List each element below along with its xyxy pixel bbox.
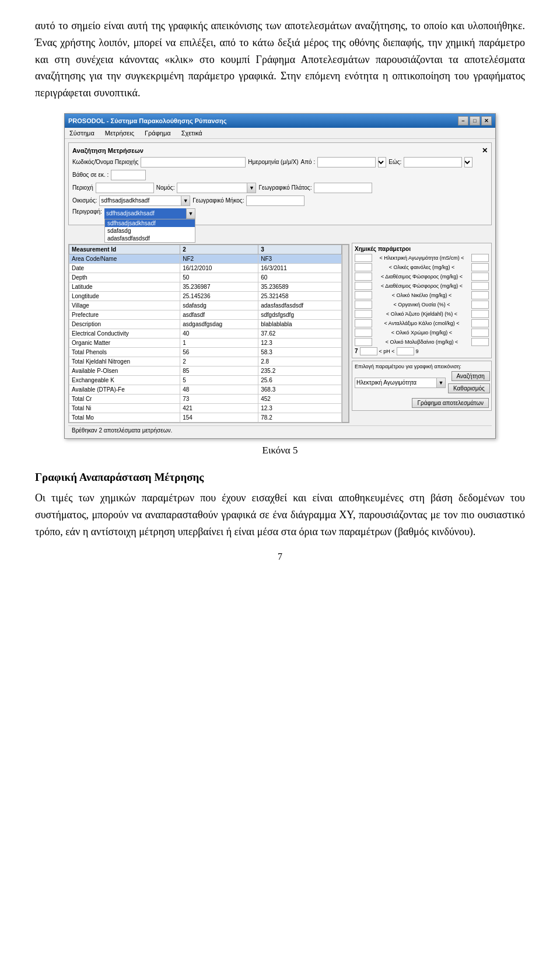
geo-lon-label: Γεωγραφικό Μήκος: <box>192 197 244 204</box>
chem-input-right-6[interactable] <box>471 310 489 318</box>
chem-input-right-4[interactable] <box>471 291 489 299</box>
table-cell: Exchangeable K <box>69 375 180 385</box>
chem-input-left-8[interactable] <box>355 329 372 337</box>
municipality-input[interactable] <box>99 196 181 206</box>
table-row[interactable]: Descriptionasdgasdfgsdagblablablabla <box>69 319 342 329</box>
table-cell: 16/12/2010 <box>180 263 258 273</box>
search-close-icon[interactable]: ✕ <box>482 146 488 155</box>
table-row[interactable]: Total Cr73452 <box>69 394 342 403</box>
chem-input-right-1[interactable] <box>471 263 489 271</box>
table-cell: 12.3 <box>258 403 342 413</box>
chem-input-right-7[interactable] <box>471 319 489 327</box>
ph-input-left[interactable] <box>360 347 377 355</box>
table-row[interactable]: Organic Matter112.3 <box>69 338 342 347</box>
ph-value-left: 7 <box>355 348 358 354</box>
param-input[interactable] <box>355 378 436 388</box>
chem-input-left-3[interactable] <box>355 282 372 290</box>
desc-item-0[interactable]: sdfhsadjsadkhsadf <box>105 219 195 227</box>
description-selected[interactable]: sdfhsadjsadkhsadf <box>104 208 186 219</box>
chem-input-left-2[interactable] <box>355 273 372 281</box>
from-label: Από : <box>301 159 316 165</box>
table-cell: 2 <box>180 357 258 366</box>
table-row[interactable]: Longtitude25.14523625.321458 <box>69 291 342 301</box>
menu-measurements[interactable]: Μετρήσεις <box>103 129 136 137</box>
description-dropdown-btn[interactable]: ▼ <box>186 208 195 219</box>
param-dropdown-btn[interactable]: ▼ <box>436 378 446 388</box>
date-to-input[interactable] <box>404 157 462 167</box>
municipality-dropdown-btn[interactable]: ▼ <box>181 196 190 206</box>
table-cell: 37.62 <box>258 329 342 338</box>
graph-button[interactable]: Γράφημα αποτελεσμάτων <box>412 398 489 408</box>
clear-button[interactable]: Καθαρισμός <box>448 383 490 393</box>
chem-input-right-2[interactable] <box>471 273 489 281</box>
desc-item-2[interactable]: adasfasdfasdsdf <box>105 235 195 242</box>
chem-input-left-5[interactable] <box>355 301 372 309</box>
table-row[interactable]: Villagesdafasdgadasfasdfasdsdf <box>69 301 342 310</box>
chem-input-right-0[interactable] <box>471 254 489 262</box>
desc-item-1[interactable]: sdafasdg <box>105 227 195 235</box>
table-cell: Date <box>69 263 180 273</box>
table-row[interactable]: Available (DTPA)-Fe48368.3 <box>69 385 342 394</box>
table-cell: 25.145236 <box>180 291 258 301</box>
chem-input-left-9[interactable] <box>355 338 372 346</box>
description-combo-container: sdfhsadjsadkhsadf ▼ sdfhsadjsadkhsadf sd… <box>104 208 195 219</box>
chem-param-label-2: < Διαθέσιμος Φώσφορος (mg/kg) < <box>372 274 471 280</box>
table-row[interactable]: Electrical Conductivity4037.62 <box>69 329 342 338</box>
depth-input[interactable] <box>111 170 146 180</box>
date-from-select[interactable] <box>378 157 386 167</box>
depth-label: Βάθος σε εκ. : <box>72 172 108 178</box>
geo-lon-input[interactable] <box>246 196 304 206</box>
table-row[interactable]: Date16/12/201016/3/2011 <box>69 263 342 273</box>
table-cell: 40 <box>180 329 258 338</box>
table-cell: 78.2 <box>258 413 342 422</box>
prefecture-input[interactable] <box>177 183 247 193</box>
table-scrollbar[interactable] <box>342 245 349 423</box>
chem-param-label-6: < Ολικό Άζωτο (Kjeldahl) (%) < <box>372 311 471 317</box>
chem-input-right-3[interactable] <box>471 282 489 290</box>
chem-input-left-4[interactable] <box>355 291 372 299</box>
table-row[interactable]: Prefectureasdfasdfsdfgdsfgsdfg <box>69 310 342 319</box>
geo-lat-input[interactable] <box>314 183 372 193</box>
col-header-3: 3 <box>258 245 342 254</box>
table-row[interactable]: Latitude35.23698735.236589 <box>69 282 342 291</box>
code-input[interactable] <box>141 157 246 167</box>
chem-input-right-8[interactable] <box>471 329 489 337</box>
table-row[interactable]: Exchangeable K525.6 <box>69 375 342 385</box>
chem-input-right-5[interactable] <box>471 301 489 309</box>
chem-row-5: < Οργανική Ουσία (%) < <box>355 301 489 309</box>
table-cell: 452 <box>258 394 342 403</box>
table-row[interactable]: Area Code/NameNF2NF3 <box>69 254 342 263</box>
menu-graph[interactable]: Γράφημα <box>142 129 173 137</box>
search-button[interactable]: Αναζήτηση <box>452 371 490 381</box>
table-row[interactable]: Available P-Olsen85235.2 <box>69 366 342 375</box>
chem-input-right-9[interactable] <box>471 338 489 346</box>
table-cell: 421 <box>180 403 258 413</box>
table-cell: 16/3/2011 <box>258 263 342 273</box>
close-button[interactable]: ✕ <box>481 116 492 125</box>
table-row[interactable]: Depth5060 <box>69 273 342 282</box>
table-row[interactable]: Total Phenols5658.3 <box>69 347 342 357</box>
table-row[interactable]: Total Mo15478.2 <box>69 413 342 422</box>
table-row[interactable]: Total Ni42112.3 <box>69 403 342 413</box>
prefecture-dropdown-btn[interactable]: ▼ <box>247 183 256 193</box>
code-label: Κωδικός/Όνομα Περιοχής <box>72 159 138 165</box>
form-row-2: Περιοχή Νομός: ▼ Γεωγραφικό Πλάτος: <box>72 183 488 193</box>
maximize-button[interactable]: □ <box>470 116 480 125</box>
chem-input-left-6[interactable] <box>355 310 372 318</box>
col-header-name: Measurement Id <box>69 245 180 254</box>
param-combo: ▼ <box>355 378 446 388</box>
table-row[interactable]: Total Kjeldahl Nitrogen22.8 <box>69 357 342 366</box>
menu-about[interactable]: Σχετικά <box>179 129 205 137</box>
menu-system[interactable]: Σύστημα <box>67 129 97 137</box>
minimize-button[interactable]: − <box>458 116 468 125</box>
figure-caption: Εικόνα 5 <box>35 445 525 456</box>
chem-input-left-0[interactable] <box>355 254 372 262</box>
chem-input-left-7[interactable] <box>355 319 372 327</box>
chem-input-left-1[interactable] <box>355 263 372 271</box>
ph-input-right[interactable] <box>397 347 414 355</box>
date-to-select[interactable] <box>464 157 473 167</box>
date-from-input[interactable] <box>317 157 376 167</box>
table-cell: 48 <box>180 385 258 394</box>
region-input[interactable] <box>96 183 154 193</box>
table-cell: sdafasdg <box>180 301 258 310</box>
